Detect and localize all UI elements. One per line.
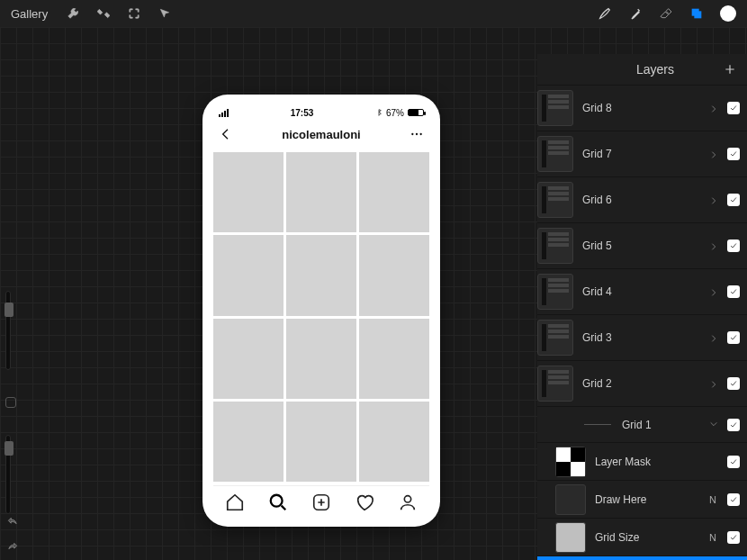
visibility-checkbox[interactable] bbox=[727, 456, 740, 468]
layer-label: Grid 7 bbox=[582, 148, 700, 160]
visibility-checkbox[interactable] bbox=[727, 331, 740, 344]
status-time: 17:53 bbox=[291, 108, 314, 118]
home-icon[interactable] bbox=[225, 492, 245, 512]
selection-icon[interactable] bbox=[127, 6, 141, 21]
layer-group-grid7[interactable]: Grid 7 bbox=[537, 131, 747, 176]
new-post-icon[interactable] bbox=[311, 492, 331, 512]
chevron-right-icon[interactable] bbox=[709, 333, 718, 342]
chevron-down-icon[interactable] bbox=[709, 419, 718, 431]
layer-thumb bbox=[537, 90, 573, 126]
visibility-checkbox[interactable] bbox=[727, 102, 740, 114]
layer-thumb bbox=[537, 366, 573, 402]
grid-cell bbox=[359, 402, 429, 482]
layer-group-grid5[interactable]: Grid 5 bbox=[537, 222, 747, 268]
svg-point-5 bbox=[404, 495, 410, 501]
profile-icon[interactable] bbox=[398, 492, 418, 512]
visibility-checkbox[interactable] bbox=[727, 531, 740, 544]
gallery-button[interactable]: Gallery bbox=[11, 7, 48, 21]
layer-thumb bbox=[555, 447, 586, 477]
status-right: 67% bbox=[375, 108, 424, 118]
layer-group-grid4[interactable]: Grid 4 bbox=[537, 268, 747, 314]
layer-thumb bbox=[555, 522, 586, 553]
heart-icon[interactable] bbox=[355, 492, 374, 512]
layer-thumb bbox=[537, 274, 573, 310]
phone-nav-header: nicolemauloni bbox=[213, 120, 429, 149]
eraser-icon[interactable] bbox=[659, 6, 673, 21]
layer-group-grid1[interactable]: Grid 1 bbox=[537, 406, 747, 442]
layer-layer1[interactable]: Layer 1 N bbox=[537, 555, 747, 560]
grid-cell bbox=[359, 152, 429, 232]
layer-group-grid2[interactable]: Grid 2 bbox=[537, 360, 747, 406]
search-icon[interactable] bbox=[268, 492, 288, 512]
grid-cell bbox=[213, 319, 284, 399]
adjust-icon[interactable] bbox=[96, 6, 111, 21]
grid-cell bbox=[359, 319, 429, 399]
chevron-right-icon[interactable] bbox=[709, 149, 718, 158]
svg-point-2 bbox=[420, 133, 422, 135]
layer-label: Layer Mask bbox=[595, 456, 698, 468]
top-toolbar-left: Gallery bbox=[11, 6, 172, 21]
brush-size-slider[interactable] bbox=[5, 291, 11, 370]
canvas-area[interactable]: 17:53 67% nicolemauloni bbox=[0, 27, 747, 560]
layer-label: Grid 5 bbox=[582, 239, 700, 252]
visibility-checkbox[interactable] bbox=[727, 239, 740, 252]
layer-thumb bbox=[537, 136, 573, 172]
top-toolbar: Gallery bbox=[0, 0, 747, 27]
phone-tabbar bbox=[213, 485, 429, 518]
layer-group-grid8[interactable]: Grid 8 bbox=[537, 85, 747, 131]
layer-grid-size[interactable]: Grid Size N bbox=[537, 518, 747, 555]
grid-cell bbox=[359, 235, 429, 315]
phone-status-bar: 17:53 67% bbox=[213, 105, 429, 120]
color-swatch[interactable] bbox=[720, 5, 736, 22]
visibility-checkbox[interactable] bbox=[727, 493, 740, 506]
opacity-slider[interactable] bbox=[5, 435, 11, 514]
modifier-button[interactable] bbox=[5, 397, 16, 408]
smudge-icon[interactable] bbox=[628, 6, 643, 21]
visibility-checkbox[interactable] bbox=[727, 377, 740, 390]
add-layer-icon[interactable] bbox=[724, 63, 736, 76]
signal-icon bbox=[219, 109, 229, 117]
layers-list[interactable]: Grid 8 Grid 7 Grid 6 Grid 5 bbox=[537, 85, 747, 560]
visibility-checkbox[interactable] bbox=[727, 419, 740, 431]
wrench-icon[interactable] bbox=[66, 6, 80, 21]
chevron-right-icon[interactable] bbox=[709, 104, 718, 113]
layer-label: Grid 1 bbox=[622, 419, 709, 431]
blend-mode-badge[interactable]: N bbox=[707, 532, 718, 543]
chevron-right-icon[interactable] bbox=[709, 287, 718, 296]
layer-thumb bbox=[537, 228, 573, 264]
bottom-left-tools bbox=[5, 515, 20, 555]
layers-title: Layers bbox=[636, 62, 674, 77]
layer-label: Grid 4 bbox=[582, 285, 700, 298]
slider-thumb[interactable] bbox=[4, 441, 14, 456]
layer-label: Grid 8 bbox=[582, 102, 700, 114]
battery-percent: 67% bbox=[386, 108, 404, 118]
left-sidebar-sliders bbox=[5, 291, 16, 514]
profile-username: nicolemauloni bbox=[282, 128, 360, 141]
more-icon[interactable] bbox=[410, 127, 424, 141]
layer-layer-mask[interactable]: Layer Mask bbox=[537, 442, 747, 480]
layers-icon[interactable] bbox=[689, 6, 704, 21]
battery-icon bbox=[408, 109, 424, 116]
brush-icon[interactable] bbox=[598, 6, 612, 21]
svg-point-1 bbox=[416, 133, 418, 135]
grid-cell bbox=[286, 319, 356, 399]
chevron-right-icon[interactable] bbox=[709, 379, 718, 388]
arrow-icon[interactable] bbox=[158, 6, 172, 21]
visibility-checkbox[interactable] bbox=[727, 194, 740, 206]
chevron-right-icon[interactable] bbox=[709, 195, 718, 204]
visibility-checkbox[interactable] bbox=[727, 148, 740, 160]
undo-icon[interactable] bbox=[5, 515, 20, 529]
layer-label: Grid 6 bbox=[582, 194, 700, 206]
layer-label: Grid 3 bbox=[582, 331, 700, 344]
blend-mode-badge[interactable]: N bbox=[707, 494, 718, 505]
layer-label: Draw Here bbox=[595, 493, 698, 506]
layer-draw-here[interactable]: Draw Here N bbox=[537, 480, 747, 518]
chevron-right-icon[interactable] bbox=[709, 241, 718, 250]
grid-cell bbox=[286, 402, 356, 482]
layer-group-grid6[interactable]: Grid 6 bbox=[537, 176, 747, 222]
back-icon[interactable] bbox=[219, 127, 233, 141]
layer-group-grid3[interactable]: Grid 3 bbox=[537, 314, 747, 360]
slider-thumb[interactable] bbox=[4, 303, 14, 317]
visibility-checkbox[interactable] bbox=[727, 285, 740, 298]
redo-icon[interactable] bbox=[5, 540, 20, 555]
